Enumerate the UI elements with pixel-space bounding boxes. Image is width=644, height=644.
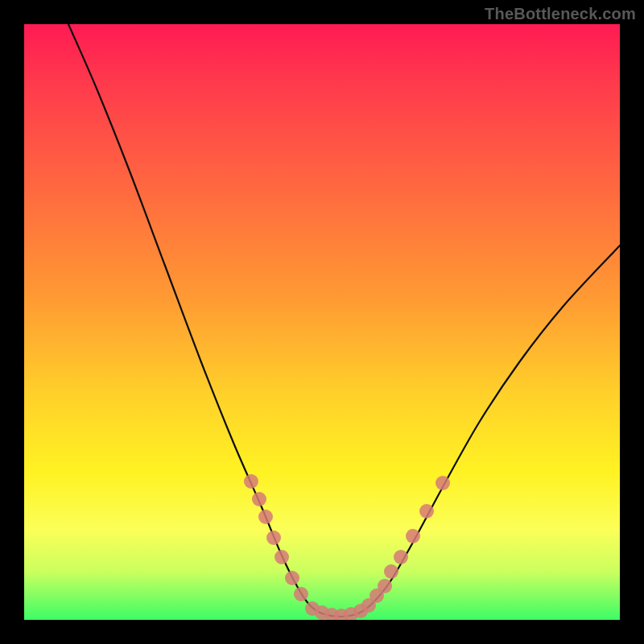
scatter-point	[252, 492, 266, 506]
scatter-point	[244, 474, 258, 489]
chart-frame: TheBottleneck.com	[0, 0, 644, 644]
scatter-point	[285, 571, 299, 585]
bottleneck-curve	[68, 24, 620, 617]
scatter-point	[394, 550, 408, 564]
scatter-point	[384, 564, 398, 579]
scatter-point	[436, 476, 450, 490]
scatter-point	[266, 530, 281, 545]
scatter-point	[275, 550, 289, 564]
scatter-point	[419, 504, 434, 518]
scatter-markers	[244, 474, 450, 620]
watermark-label: TheBottleneck.com	[485, 5, 636, 23]
scatter-point	[378, 579, 392, 593]
plot-area	[24, 24, 620, 620]
scatter-point	[406, 529, 420, 543]
curve-svg	[24, 24, 620, 620]
scatter-point	[258, 510, 273, 524]
scatter-point	[294, 587, 308, 601]
